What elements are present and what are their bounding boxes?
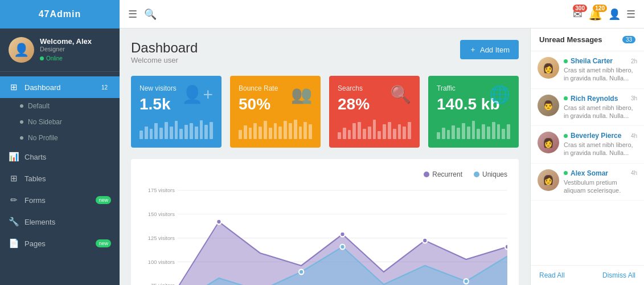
msg-name-4: Alex Somar bbox=[571, 169, 608, 177]
msg-name-row-4: Alex Somar 4h bbox=[564, 169, 637, 177]
traffic-icon: 🌐 bbox=[489, 84, 510, 104]
svg-text:175 visitors: 175 visitors bbox=[148, 187, 175, 193]
profile-name: Welcome, Alex bbox=[40, 37, 92, 46]
svg-text:100 visitors: 100 visitors bbox=[148, 258, 175, 264]
sidebar-item-no-sidebar[interactable]: No Sidebar bbox=[0, 114, 120, 130]
avatar: 👤 bbox=[9, 37, 34, 63]
message-item-2[interactable]: 👨 Rich Reynolds 3h Cras sit amet nibh li… bbox=[531, 89, 644, 127]
page-subtitle: Welcome user bbox=[131, 56, 198, 64]
msg-name-1: Sheila Carter bbox=[571, 57, 613, 65]
brand-logo: 47Admin bbox=[0, 0, 120, 28]
sidebar-label-pages: Pages bbox=[24, 239, 90, 248]
visitors-chart bbox=[140, 119, 213, 139]
sidebar-item-elements[interactable]: 🔧 Elements bbox=[0, 211, 120, 233]
online-label: Online bbox=[46, 55, 63, 62]
stat-card-bounce: Bounce Rate 50% 👥 bbox=[230, 76, 321, 148]
stat-cards-container: New visitors 1.5k 👤+ bbox=[131, 76, 519, 148]
sidebar-label-tables: Tables bbox=[24, 174, 111, 183]
dismiss-all-link[interactable]: Dismiss All bbox=[602, 271, 635, 279]
msg-name-row-2: Rich Reynolds 3h bbox=[564, 95, 637, 103]
chart-legend: Recurrent Uniques bbox=[142, 170, 507, 178]
read-all-link[interactable]: Read All bbox=[539, 271, 565, 279]
message-item-3[interactable]: 👩 Beverley Pierce 4h Cras sit amet nibh … bbox=[531, 126, 644, 164]
svg-text:125 visitors: 125 visitors bbox=[148, 235, 175, 241]
forms-new-badge: new bbox=[96, 196, 111, 204]
online-status: Online bbox=[40, 55, 63, 62]
msg-name-3: Beverley Pierce bbox=[571, 132, 621, 140]
page-header: Dashboard Welcome user ＋ Add Item bbox=[131, 40, 519, 64]
online-dot bbox=[40, 56, 44, 60]
msg-name-2: Rich Reynolds bbox=[571, 95, 618, 103]
messages-count-badge: 33 bbox=[622, 36, 635, 43]
svg-point-14 bbox=[340, 232, 344, 237]
msg-name-row-3: Beverley Pierce 4h bbox=[564, 132, 637, 140]
stat-card-traffic: Traffic 140.5 kb 🌐 bbox=[428, 76, 519, 148]
svg-point-16 bbox=[505, 245, 507, 250]
msg-time-4: 4h bbox=[631, 170, 637, 176]
msg-avatar-4: 👩 bbox=[538, 169, 559, 191]
msg-avatar-3: 👩 bbox=[538, 132, 559, 153]
msg-content-2: Rich Reynolds 3h Cras sit amet nibh libe… bbox=[564, 95, 637, 120]
uniques-label: Uniques bbox=[482, 170, 507, 178]
msg-text-1: Cras sit amet nibh libero, in gravida nu… bbox=[564, 66, 637, 83]
search-icon: 🔍 bbox=[390, 84, 411, 104]
msg-avatar-1: 👩 bbox=[538, 57, 559, 79]
add-item-button[interactable]: ＋ Add Item bbox=[460, 40, 519, 59]
right-panel: Unread Messages 33 👩 Sheila Carter 2h Cr… bbox=[530, 28, 644, 285]
dashboard-badge: 12 bbox=[98, 84, 111, 91]
sidebar-item-no-profile[interactable]: No Profile bbox=[0, 130, 120, 146]
sidebar-item-pages[interactable]: 📄 Pages new bbox=[0, 233, 120, 254]
tables-icon: ⊞ bbox=[9, 173, 19, 184]
forms-icon: ✏ bbox=[9, 195, 19, 205]
sidebar-label-charts: Charts bbox=[24, 153, 111, 161]
messages-title: Unread Messages bbox=[539, 35, 602, 44]
sidebar: 👤 Welcome, Alex Designer Online ⊞ Dashbo… bbox=[0, 28, 120, 285]
charts-icon: 📊 bbox=[9, 152, 19, 162]
page-title-block: Dashboard Welcome user bbox=[131, 40, 198, 64]
msg-text-2: Cras sit amet nibh libero, in gravida nu… bbox=[564, 104, 637, 120]
traffic-chart bbox=[437, 119, 510, 139]
msg-time-1: 2h bbox=[631, 58, 637, 64]
legend-uniques: Uniques bbox=[474, 170, 507, 178]
msg-content-4: Alex Somar 4h Vestibulum pretium aliquam… bbox=[564, 169, 637, 195]
sidebar-item-tables[interactable]: ⊞ Tables bbox=[0, 168, 120, 189]
bounce-chart bbox=[239, 119, 312, 139]
pages-icon: 📄 bbox=[9, 238, 19, 249]
visitors-chart-svg: 175 visitors 150 visitors 125 visitors 1… bbox=[142, 184, 507, 285]
user-profile-button[interactable]: 👤 bbox=[608, 8, 621, 21]
online-dot-4 bbox=[564, 171, 568, 175]
dot-icon-2 bbox=[20, 120, 23, 124]
sidebar-item-dashboard[interactable]: ⊞ Dashboard 12 bbox=[0, 76, 120, 98]
chart-section: Recurrent Uniques 175 visitors 150 visit… bbox=[131, 159, 519, 285]
stat-card-search: Searchs 28% 🔍 bbox=[329, 76, 420, 148]
online-dot-2 bbox=[564, 96, 568, 100]
msg-content-3: Beverley Pierce 4h Cras sit amet nibh li… bbox=[564, 132, 637, 157]
svg-point-15 bbox=[423, 238, 427, 243]
online-dot-1 bbox=[564, 59, 568, 63]
email-notification-button[interactable]: ✉ 300 bbox=[573, 7, 583, 21]
svg-text:150 visitors: 150 visitors bbox=[148, 211, 175, 217]
msg-time-3: 4h bbox=[631, 133, 637, 139]
sidebar-profile: 👤 Welcome, Alex Designer Online bbox=[0, 28, 120, 72]
sidebar-label-no-profile: No Profile bbox=[28, 134, 58, 142]
sidebar-label-elements: Elements bbox=[24, 218, 111, 226]
legend-recurrent: Recurrent bbox=[424, 170, 462, 178]
dot-icon bbox=[20, 104, 23, 108]
message-item-4[interactable]: 👩 Alex Somar 4h Vestibulum pretium aliqu… bbox=[531, 164, 644, 201]
sidebar-label-no-sidebar: No Sidebar bbox=[28, 118, 62, 126]
pages-new-badge: new bbox=[96, 239, 111, 247]
svg-point-13 bbox=[216, 219, 221, 225]
sidebar-item-forms[interactable]: ✏ Forms new bbox=[0, 189, 120, 211]
sidebar-item-default[interactable]: Default bbox=[0, 98, 120, 114]
hamburger-button[interactable]: ☰ bbox=[128, 8, 137, 21]
search-button[interactable]: 🔍 bbox=[144, 8, 157, 21]
dot-icon-3 bbox=[20, 136, 23, 140]
profile-role: Designer bbox=[40, 46, 92, 52]
recurrent-dot bbox=[424, 172, 429, 177]
bell-notification-button[interactable]: 🔔 120 bbox=[588, 7, 602, 21]
stat-card-visitors: New visitors 1.5k 👤+ bbox=[131, 76, 221, 148]
visitors-icon: 👤+ bbox=[182, 84, 213, 104]
settings-menu-button[interactable]: ☰ bbox=[626, 8, 635, 21]
sidebar-item-charts[interactable]: 📊 Charts bbox=[0, 146, 120, 168]
message-item-1[interactable]: 👩 Sheila Carter 2h Cras sit amet nibh li… bbox=[531, 51, 644, 89]
